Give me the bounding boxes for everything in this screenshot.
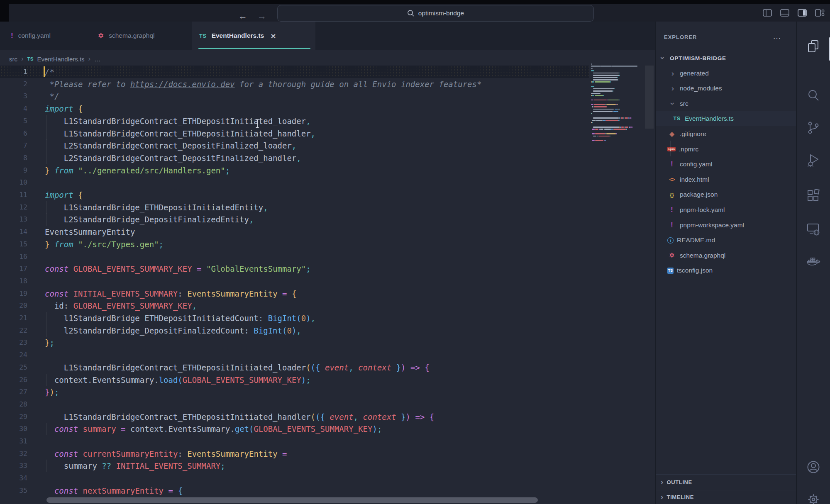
explorer-more-actions-icon[interactable]: … <box>773 32 781 41</box>
tree-item-schema-graphql[interactable]: ✡schema.graphql <box>656 248 796 263</box>
tree-item-label: package.json <box>680 191 718 198</box>
yaml-icon: ! <box>11 32 13 40</box>
tsbox-file-icon: TS <box>667 268 674 274</box>
code-line[interactable]: 28 <box>0 398 655 411</box>
code-area[interactable]: 1/*2 *Please refer to https://docs.envio… <box>0 66 655 504</box>
breadcrumb-folder[interactable]: src <box>9 56 17 63</box>
tree-item-src[interactable]: ›src <box>656 96 796 111</box>
toggle-panel-bottom-icon[interactable] <box>779 7 790 18</box>
code-line[interactable]: 18 <box>0 275 655 287</box>
code-line[interactable]: 15} from "./src/Types.gen"; <box>0 238 655 251</box>
outline-section[interactable]: › OUTLINE <box>656 474 796 490</box>
minimap[interactable] <box>591 63 647 196</box>
command-center-search[interactable]: optimism-bridge <box>277 5 594 22</box>
code-line[interactable]: 29 L1StandardBridgeContract_ETHDepositIn… <box>0 411 655 423</box>
tree-item-pnpm-lock-yaml[interactable]: !pnpm-lock.yaml <box>656 202 796 217</box>
code-line[interactable]: 10 <box>0 176 655 189</box>
code-line[interactable]: 17const GLOBAL_EVENTS_SUMMARY_KEY = "Glo… <box>0 263 655 275</box>
line-number: 12 <box>0 201 27 214</box>
breadcrumb-file[interactable]: EventHandlers.ts <box>37 56 84 63</box>
tree-item-optimism-bridge[interactable]: ›OPTIMISM-BRIDGE <box>656 51 796 66</box>
toggle-panel-left-icon[interactable] <box>762 7 773 18</box>
line-number: 14 <box>0 226 27 238</box>
line-number: 26 <box>0 374 27 386</box>
code-line[interactable]: 4import { <box>0 102 655 115</box>
code-line[interactable]: 13 L2StandardBridge_DepositFinalizedEnti… <box>0 213 655 226</box>
code-line[interactable]: 3 */ <box>0 90 655 102</box>
line-number: 25 <box>0 361 27 374</box>
code-line[interactable]: 31 <box>0 435 655 448</box>
code-line[interactable]: 1/* <box>0 66 589 78</box>
breadcrumb[interactable]: src › TS EventHandlers.ts › … <box>9 54 100 64</box>
explorer-sidebar: EXPLORER … ›OPTIMISM-BRIDGE›generated›no… <box>656 22 796 504</box>
nav-forward-icon[interactable]: → <box>257 11 266 22</box>
tree-item-config-yaml[interactable]: !config.yaml <box>656 157 796 172</box>
code-line[interactable]: 6 L1StandardBridgeContract_ETHDepositIni… <box>0 127 655 140</box>
code-line[interactable]: 34 <box>0 472 655 485</box>
code-line[interactable]: 30 const summary = context.EventsSummary… <box>0 423 655 435</box>
code-line[interactable]: 19const INITIAL_EVENTS_SUMMARY: EventsSu… <box>0 287 655 300</box>
code-line[interactable]: 33 summary ?? INITIAL_EVENTS_SUMMARY; <box>0 460 655 472</box>
tab-label: EventHandlers.ts <box>212 32 264 39</box>
toggle-panel-right-icon[interactable] <box>797 7 808 18</box>
settings-gear-icon[interactable] <box>797 488 830 504</box>
tree-item-package-json[interactable]: {}package.json <box>656 187 796 202</box>
ts-file-icon: TS <box>672 115 681 122</box>
code-line[interactable]: 16 <box>0 251 655 263</box>
tab-label: config.yaml <box>18 32 51 39</box>
editor-vertical-scrollbar[interactable] <box>645 66 654 129</box>
code-line[interactable]: 12 L1StandardBridge_ETHDepositInitiatedE… <box>0 201 655 214</box>
code-line[interactable]: 35 const nextSummaryEntity = { <box>0 485 655 497</box>
tab-eventhandlers-ts[interactable]: TS EventHandlers.ts × <box>192 22 315 50</box>
account-icon[interactable] <box>797 455 830 479</box>
extensions-icon[interactable] <box>797 184 830 207</box>
nav-back-icon[interactable]: ← <box>238 11 247 22</box>
text-caret <box>44 66 45 77</box>
code-line[interactable]: 32 const currentSummaryEntity: EventsSum… <box>0 448 655 460</box>
timeline-section[interactable]: › TIMELINE <box>656 490 796 504</box>
search-view-icon[interactable] <box>797 84 830 107</box>
code-line[interactable]: 25 L1StandardBridgeContract_ETHDepositIn… <box>0 361 655 374</box>
close-tab-icon[interactable]: × <box>271 32 276 40</box>
code-line[interactable]: 26 context.EventsSummary.load(GLOBAL_EVE… <box>0 374 655 386</box>
tree-item-node-modules[interactable]: ›node_modules <box>656 81 796 96</box>
tree-item-readme-md[interactable]: iREADME.md <box>656 233 796 248</box>
tab-schema-graphql[interactable]: ✡ schema.graphql <box>90 22 192 50</box>
tree-item--npmrc[interactable]: npm.npmrc <box>656 142 796 157</box>
tree-item-index-html[interactable]: <>index.html <box>656 172 796 187</box>
code-line[interactable]: 22 l2StandardBridge_DepositFinalizedCoun… <box>0 324 655 337</box>
customize-layout-icon[interactable] <box>814 7 825 18</box>
run-debug-icon[interactable] <box>797 149 830 172</box>
editor-horizontal-scrollbar[interactable] <box>46 497 538 503</box>
code-line[interactable]: 7 L2StandardBridgeContract_DepositFinali… <box>0 139 655 152</box>
code-line[interactable]: 11import { <box>0 189 655 201</box>
breadcrumb-symbol[interactable]: … <box>94 56 100 63</box>
chevron-right-icon: › <box>670 84 676 93</box>
tree-item-eventhandlers-ts[interactable]: TSEventHandlers.ts <box>656 111 796 126</box>
remote-explorer-icon[interactable] <box>797 217 830 241</box>
line-number: 28 <box>0 398 27 411</box>
explorer-view-icon[interactable] <box>797 35 830 58</box>
source-control-icon[interactable] <box>797 116 830 139</box>
code-line[interactable]: 21 l1StandardBridge_ETHDepositInitiatedC… <box>0 312 655 324</box>
code-line[interactable]: 9} from "../generated/src/Handlers.gen"; <box>0 164 655 177</box>
code-line[interactable]: 14EventsSummaryEntity <box>0 226 655 238</box>
code-line[interactable]: 5 L1StandardBridgeContract_ETHDepositIni… <box>0 115 655 127</box>
line-number: 8 <box>0 152 27 164</box>
tree-item-pnpm-workspace-yaml[interactable]: !pnpm-workspace.yaml <box>656 218 796 233</box>
tree-item-tsconfig-json[interactable]: TStsconfig.json <box>656 263 796 278</box>
tree-item--gitignore[interactable]: ◆.gitignore <box>656 127 796 141</box>
code-line[interactable]: 8 L2StandardBridgeContract_DepositFinali… <box>0 152 655 164</box>
code-line[interactable]: 27}); <box>0 386 655 398</box>
tab-config-yaml[interactable]: ! config.yaml <box>0 22 90 50</box>
code-line[interactable]: 23}; <box>0 336 655 349</box>
tree-item-label: OPTIMISM-BRIDGE <box>670 55 726 61</box>
code-line[interactable]: 2 *Please refer to https://docs.envio.de… <box>0 78 655 90</box>
tree-item-generated[interactable]: ›generated <box>656 66 796 81</box>
outline-label: OUTLINE <box>667 479 692 485</box>
code-line[interactable]: 24 <box>0 349 655 361</box>
tree-item-label: README.md <box>677 236 715 244</box>
tree-item-label: node_modules <box>680 85 722 92</box>
code-line[interactable]: 20 id: GLOBAL_EVENTS_SUMMARY_KEY, <box>0 299 655 312</box>
docker-icon[interactable] <box>797 251 830 274</box>
